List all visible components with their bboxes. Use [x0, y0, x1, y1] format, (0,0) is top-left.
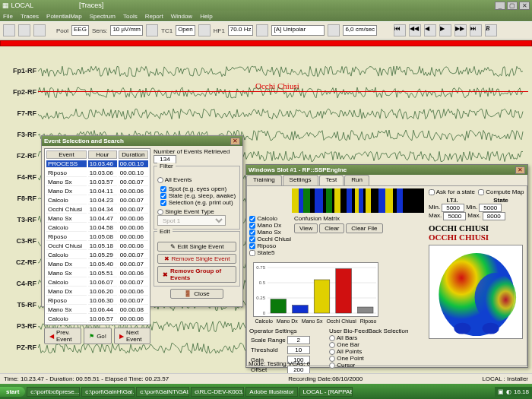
- class-checkbox[interactable]: [249, 236, 255, 242]
- clear-file-button[interactable]: Clear File: [346, 223, 382, 233]
- menu-help[interactable]: Help: [200, 13, 212, 20]
- toolbar-btn[interactable]: [198, 24, 211, 36]
- cursor-radio[interactable]: [329, 363, 335, 369]
- table-row[interactable]: Mano Sx10.03.5700.00.07: [46, 179, 148, 186]
- selection-checkbox[interactable]: [160, 200, 166, 206]
- class-checkbox[interactable]: [249, 216, 255, 222]
- sens-select[interactable]: 10 µV/mm: [110, 25, 143, 36]
- taskbar-task[interactable]: c:\port\GalnH\Gal...: [81, 387, 135, 397]
- toolbar-btn[interactable]: [3, 24, 15, 36]
- taskbar-task[interactable]: c:\port\GalNT\GAL: [136, 387, 189, 397]
- edit-single-button[interactable]: ✎ Edit Single Event: [157, 242, 236, 252]
- col-duration[interactable]: Duration: [119, 150, 148, 159]
- table-row[interactable]: PROCESS10.03.4600.00.10: [46, 160, 148, 168]
- ask-state-checkbox[interactable]: [429, 189, 435, 195]
- tab-run[interactable]: Run: [344, 175, 369, 185]
- iti-min-input[interactable]: [442, 204, 464, 212]
- menu-tools[interactable]: Tools: [123, 13, 138, 20]
- close-button[interactable]: ✕: [519, 2, 530, 10]
- event-strip[interactable]: [0, 40, 532, 46]
- iti-max-input[interactable]: [443, 212, 466, 220]
- col-event[interactable]: Event: [46, 150, 87, 159]
- table-row[interactable]: Calcolo10.04.5800.00.06: [46, 224, 148, 232]
- scale-range-input[interactable]: [287, 336, 310, 344]
- class-checkbox[interactable]: [249, 223, 255, 229]
- clear-button[interactable]: Clear: [319, 223, 344, 233]
- menu-potentialmap[interactable]: PotentialMap: [46, 13, 82, 20]
- threshold-input[interactable]: [287, 346, 310, 354]
- prev-event-button[interactable]: ◀Prev. Event: [44, 328, 81, 344]
- speed-select[interactable]: 6,0 cm/sec: [343, 25, 377, 36]
- view-select[interactable]: [A] Unipolar: [271, 25, 325, 36]
- table-row[interactable]: Mano Sx10.06.4400.00.08: [46, 306, 148, 314]
- minimize-button[interactable]: _: [495, 2, 505, 10]
- sspe-close-icon[interactable]: ✕: [515, 166, 525, 174]
- rewind-full-icon[interactable]: ⏮: [394, 24, 406, 36]
- view-button[interactable]: View: [294, 223, 318, 233]
- tray-icon[interactable]: ▣: [498, 388, 504, 395]
- step-back-icon[interactable]: ◀: [424, 24, 436, 36]
- tab-training[interactable]: Training: [246, 175, 282, 185]
- all-events-radio[interactable]: [157, 177, 163, 183]
- tab-settings[interactable]: Settings: [283, 175, 318, 185]
- start-button[interactable]: start: [0, 387, 25, 397]
- state-max-input[interactable]: [483, 212, 505, 220]
- toolbar-btn[interactable]: [146, 24, 158, 36]
- event-table[interactable]: EventHourDuration PROCESS10.03.4600.00.1…: [44, 148, 150, 325]
- table-row[interactable]: Occhi Chiusi10.05.1800.00.06: [46, 242, 148, 250]
- next-event-button[interactable]: ▶Next Event: [114, 328, 150, 344]
- state-min-input[interactable]: [479, 204, 502, 212]
- step-fwd-icon[interactable]: ▶: [439, 24, 451, 36]
- col-hour[interactable]: Hour: [88, 150, 117, 159]
- rewind-icon[interactable]: ◀◀: [409, 24, 421, 36]
- toolbar-btn[interactable]: [256, 24, 268, 36]
- class-checkbox[interactable]: [249, 243, 255, 249]
- compute-map-checkbox[interactable]: [478, 189, 484, 195]
- forward-icon[interactable]: ▶▶: [454, 24, 467, 36]
- onepoint-radio[interactable]: [329, 356, 335, 362]
- dialog-close-icon[interactable]: ✕: [230, 138, 240, 145]
- table-row[interactable]: Mano Dx10.06.2000.00.06: [46, 288, 148, 296]
- taskbar-task[interactable]: Adobe Illustrator: [245, 387, 297, 397]
- class-checkbox[interactable]: [249, 230, 255, 236]
- table-row[interactable]: Riposo10.06.3000.00.07: [46, 297, 148, 305]
- tc-select[interactable]: Open: [176, 25, 195, 36]
- system-tray[interactable]: ▣ ◐ 16.18: [495, 387, 532, 397]
- tray-icon[interactable]: ◐: [506, 388, 511, 395]
- state-checkbox[interactable]: [160, 193, 166, 199]
- forward-full-icon[interactable]: ⏭: [470, 24, 482, 36]
- hf-select[interactable]: 70.0 Hz: [228, 25, 254, 36]
- toolbar-btn[interactable]: [328, 24, 340, 36]
- bold-icon[interactable]: B: [485, 24, 497, 36]
- table-row[interactable]: Mano Dx10.05.4000.00.07: [46, 261, 148, 268]
- remove-group-button[interactable]: ✖ Remove Group of Events: [157, 266, 236, 283]
- table-row[interactable]: Riposo10.05.0800.00.06: [46, 233, 148, 241]
- table-row[interactable]: Riposo10.03.0600.00.10: [46, 169, 148, 177]
- menu-file[interactable]: File: [3, 13, 13, 20]
- class-checkbox[interactable]: [249, 250, 255, 256]
- close-dialog-button[interactable]: 🚪 Close: [170, 289, 223, 299]
- menu-report[interactable]: Report: [145, 13, 163, 20]
- table-row[interactable]: Calcolo10.06.0700.00.07: [46, 279, 148, 287]
- table-row[interactable]: Calcolo10.06.5700.00.06: [46, 315, 148, 323]
- taskbar-task[interactable]: LOCAL - [RAPPAE...: [299, 387, 353, 397]
- menu-spectrum[interactable]: Spectrum: [90, 13, 116, 20]
- allbars-radio[interactable]: [329, 335, 335, 341]
- tab-test[interactable]: Test: [319, 175, 344, 185]
- toolbar-btn[interactable]: [33, 24, 46, 36]
- onebar-radio[interactable]: [329, 342, 335, 348]
- table-row[interactable]: Mano Sx10.04.4700.00.06: [46, 215, 148, 223]
- single-event-radio[interactable]: [157, 209, 163, 215]
- table-row[interactable]: Occhi Chiusi10.04.3400.00.07: [46, 206, 148, 214]
- table-row[interactable]: Mano Sx10.05.5100.00.06: [46, 270, 148, 277]
- menu-traces[interactable]: Traces: [21, 13, 39, 20]
- taskbar-task[interactable]: c:\port\bc6prese...: [27, 387, 80, 397]
- table-row[interactable]: Mano Dx10.04.1100.00.06: [46, 188, 148, 195]
- spot-checkbox[interactable]: [160, 186, 166, 192]
- toolbar-btn[interactable]: [18, 24, 30, 36]
- maximize-button[interactable]: ▢: [507, 2, 518, 10]
- allpoints-radio[interactable]: [329, 349, 335, 355]
- remove-single-button[interactable]: ✖ Remove Single Event: [157, 254, 236, 264]
- pool-select[interactable]: EEG: [71, 25, 89, 36]
- menu-window[interactable]: Window: [171, 13, 192, 20]
